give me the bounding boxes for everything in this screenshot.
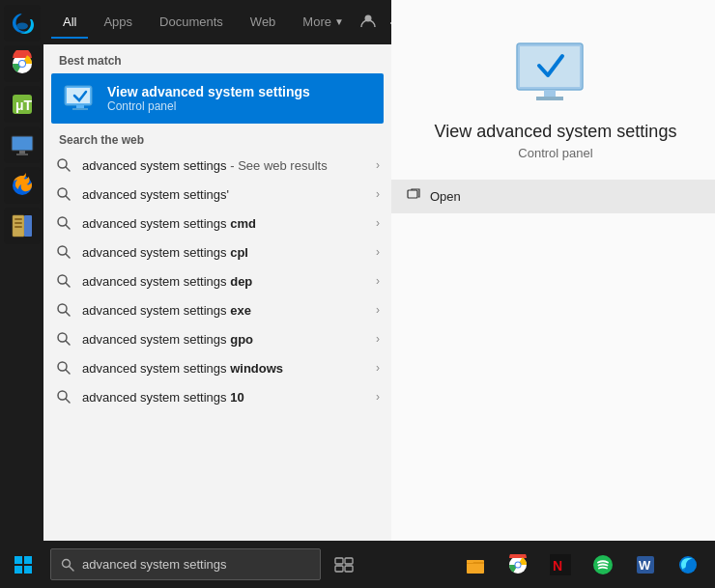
tabs-bar: All Apps Documents Web More ▼ ⋯: [43, 0, 391, 44]
chevron-down-icon: ▼: [334, 16, 344, 27]
search-icon-2: [55, 214, 72, 232]
svg-line-33: [66, 341, 70, 345]
right-panel-subtitle: Control panel: [518, 146, 592, 160]
svg-rect-46: [24, 566, 32, 574]
svg-rect-43: [14, 556, 22, 564]
svg-rect-49: [335, 558, 343, 564]
result-text-4: advanced system settings dep: [82, 274, 366, 289]
tab-apps[interactable]: Apps: [92, 7, 144, 39]
tab-documents[interactable]: Documents: [148, 7, 235, 39]
open-label: Open: [430, 189, 461, 204]
svg-line-27: [66, 254, 70, 258]
best-match-icon: [63, 81, 98, 116]
svg-point-3: [19, 61, 25, 67]
chevron-right-3: ›: [376, 245, 380, 259]
result-text-2: advanced system settings cmd: [82, 216, 366, 231]
chevron-right-8: ›: [376, 390, 380, 404]
svg-rect-18: [76, 105, 84, 108]
taskbar-file-explorer[interactable]: [456, 546, 495, 584]
svg-rect-54: [467, 560, 473, 563]
svg-line-21: [66, 167, 70, 171]
svg-line-31: [66, 312, 70, 316]
taskbar-chrome[interactable]: [499, 546, 537, 584]
chevron-right-1: ›: [376, 187, 380, 201]
person-icon[interactable]: [359, 13, 377, 33]
svg-rect-42: [408, 190, 417, 198]
svg-rect-6: [12, 136, 33, 151]
svg-rect-39: [520, 46, 580, 87]
search-result-8[interactable]: advanced system settings 10 ›: [43, 382, 391, 411]
chevron-right-7: ›: [376, 361, 380, 375]
chevron-right-5: ›: [376, 303, 380, 317]
open-icon: [407, 187, 422, 206]
sidebar-app-edge[interactable]: [4, 5, 41, 42]
taskbar-edge[interactable]: [669, 546, 707, 584]
search-result-3[interactable]: advanced system settings cpl ›: [43, 238, 391, 266]
svg-rect-12: [14, 218, 22, 220]
search-icon-5: [55, 301, 72, 319]
search-icon-6: [55, 330, 72, 348]
chevron-right-2: ›: [376, 216, 380, 230]
task-view-button[interactable]: [325, 546, 363, 584]
search-icon-0: [55, 156, 72, 174]
svg-rect-14: [14, 226, 22, 228]
search-result-6[interactable]: advanced system settings gpo ›: [43, 324, 391, 353]
result-text-5: advanced system settings exe: [82, 303, 366, 318]
result-text-1: advanced system settings': [82, 187, 366, 202]
best-match-title: View advanced system settings: [107, 84, 310, 99]
svg-point-64: [683, 567, 694, 572]
svg-line-25: [66, 225, 70, 229]
search-icon-8: [55, 388, 72, 406]
sidebar-apps: μT: [0, 0, 43, 541]
start-menu: All Apps Documents Web More ▼ ⋯ Best mat…: [43, 0, 715, 541]
search-panel: All Apps Documents Web More ▼ ⋯ Best mat…: [43, 0, 391, 541]
sidebar-app-utorrent[interactable]: μT: [4, 86, 41, 123]
svg-text:N: N: [553, 558, 562, 574]
svg-rect-45: [14, 566, 22, 574]
search-result-7[interactable]: advanced system settings windows ›: [43, 353, 391, 382]
svg-text:μT: μT: [15, 98, 33, 113]
tab-web[interactable]: Web: [239, 7, 288, 39]
sidebar-app-desktop[interactable]: [4, 126, 41, 163]
svg-point-0: [16, 23, 28, 30]
result-text-7: advanced system settings windows: [82, 361, 366, 376]
start-button[interactable]: [0, 541, 46, 588]
chevron-right-6: ›: [376, 332, 380, 346]
svg-line-37: [66, 399, 70, 403]
taskbar-search-bar[interactable]: advanced system settings: [50, 548, 321, 580]
svg-rect-8: [16, 154, 28, 155]
svg-text:W: W: [639, 558, 651, 573]
result-text-3: advanced system settings cpl: [82, 245, 366, 260]
tab-all[interactable]: All: [51, 7, 88, 39]
search-icon-3: [55, 243, 72, 261]
sidebar-app-winrar[interactable]: [4, 208, 41, 244]
result-text-6: advanced system settings gpo: [82, 332, 366, 347]
best-match-item[interactable]: View advanced system settings Control pa…: [51, 73, 384, 124]
search-result-1[interactable]: advanced system settings' ›: [43, 180, 391, 209]
svg-rect-13: [14, 222, 22, 224]
taskbar-word[interactable]: W: [626, 546, 665, 584]
search-icon-1: [55, 185, 72, 203]
svg-rect-51: [335, 566, 343, 572]
open-button[interactable]: Open: [391, 180, 715, 213]
svg-rect-40: [544, 90, 556, 97]
sidebar-app-chrome[interactable]: [4, 45, 41, 82]
chevron-right-4: ›: [376, 274, 380, 288]
search-result-4[interactable]: advanced system settings dep ›: [43, 266, 391, 295]
search-result-2[interactable]: advanced system settings cmd ›: [43, 209, 391, 238]
taskbar-spotify[interactable]: [584, 546, 622, 584]
sidebar-app-firefox[interactable]: [4, 167, 41, 204]
search-result-5[interactable]: advanced system settings exe ›: [43, 295, 391, 324]
best-match-text: View advanced system settings Control pa…: [107, 84, 310, 113]
svg-rect-41: [536, 97, 563, 100]
svg-rect-7: [19, 151, 25, 154]
tab-more[interactable]: More ▼: [291, 7, 356, 39]
search-result-0[interactable]: advanced system settings - See web resul…: [43, 151, 391, 180]
svg-rect-44: [24, 556, 32, 564]
search-web-label: Search the web: [43, 124, 391, 151]
chevron-right-0: ›: [376, 158, 380, 172]
taskbar-netflix[interactable]: N: [541, 546, 580, 584]
right-panel-title: View advanced system settings: [435, 122, 677, 142]
svg-rect-52: [345, 566, 353, 572]
svg-line-23: [66, 196, 70, 200]
